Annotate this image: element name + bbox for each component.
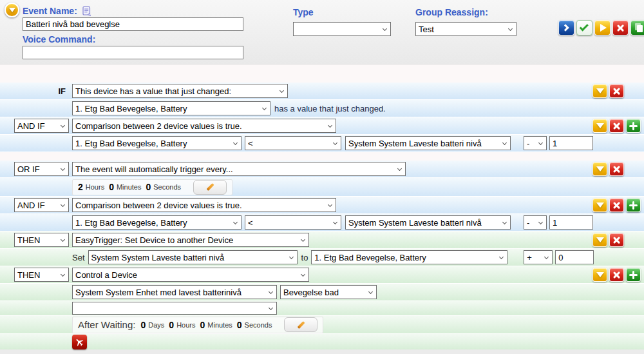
- play-icon: [600, 24, 607, 32]
- collapse-action-button[interactable]: [592, 233, 607, 247]
- if-block: IF This device has a value that just cha…: [0, 83, 644, 117]
- offset-value-input[interactable]: [555, 250, 594, 264]
- chevron-down-icon: [502, 141, 507, 145]
- if-device-select[interactable]: 1. Etg Bad Bevegelse, Battery: [72, 101, 270, 115]
- if-trigger-type-select[interactable]: This device has a value that just change…: [72, 84, 288, 98]
- control-device-select[interactable]: System System Enhet med lavest batterini…: [72, 285, 277, 299]
- plus-icon: [629, 271, 638, 279]
- delete-action-button[interactable]: [609, 268, 624, 282]
- action-join-select[interactable]: THEN: [14, 233, 69, 247]
- chevron-down-icon: [61, 272, 65, 277]
- and-if-block-2: AND IF Comparison between 2 device value…: [0, 197, 644, 231]
- collapse-condition-button[interactable]: [592, 198, 607, 212]
- condition-join-select[interactable]: AND IF: [14, 119, 69, 133]
- note-icon: [81, 6, 92, 17]
- control-extra-select[interactable]: [72, 302, 277, 315]
- offset-value-input[interactable]: [549, 136, 593, 150]
- control-action-select[interactable]: Bevegelse bad: [280, 285, 377, 299]
- comparison-operator-select[interactable]: <: [245, 136, 341, 150]
- x-icon: [612, 201, 621, 210]
- x-icon: [612, 87, 621, 95]
- condition-type-select[interactable]: The event will automatically trigger eve…: [72, 162, 406, 176]
- group-reassign-label: Group Reassign:: [415, 7, 488, 17]
- set-source-device-select[interactable]: 1. Etg Bad Bevegelse, Battery: [311, 250, 507, 264]
- offset-operator-select[interactable]: -: [524, 136, 547, 150]
- trigger-interval-display: 2 Hours 0 Minutes 0 Seconds: [72, 179, 232, 195]
- if-row-device: 1. Etg Bad Bevegelse, Battery has a valu…: [0, 100, 644, 117]
- x-icon: [616, 24, 625, 32]
- collapse-action-button[interactable]: [592, 268, 607, 282]
- chevron-down-icon: [328, 123, 332, 128]
- airplane-action-button[interactable]: [72, 335, 87, 349]
- edit-after-waiting-button[interactable]: [284, 317, 317, 332]
- action-type-select[interactable]: EasyTrigger: Set Device to another Devic…: [72, 233, 309, 247]
- comparison-device-b-select[interactable]: System System Laveste batteri nivå: [345, 215, 511, 230]
- if-row-type: IF This device has a value that just cha…: [0, 83, 644, 100]
- set-target-device-select[interactable]: System System Laveste batteri nivå: [88, 250, 298, 264]
- chevron-down-icon: [262, 106, 267, 110]
- chevron-down-icon: [9, 8, 15, 12]
- chevron-down-icon: [397, 166, 402, 171]
- chevron-down-icon: [368, 290, 373, 294]
- voice-command-input[interactable]: [23, 46, 243, 59]
- delete-condition-button[interactable]: [609, 162, 624, 176]
- triangle-down-icon: [596, 88, 604, 93]
- comparison-operator-select[interactable]: <: [245, 215, 341, 230]
- collapse-condition-button[interactable]: [592, 119, 607, 133]
- comparison-device-a-select[interactable]: 1. Etg Bad Bevegelse, Battery: [72, 136, 242, 150]
- delete-event-button[interactable]: [612, 20, 629, 35]
- event-toolbar: [558, 20, 644, 35]
- chevron-down-icon: [269, 306, 273, 310]
- chevron-down-icon: [233, 141, 238, 145]
- collapse-event-button[interactable]: [5, 3, 19, 17]
- then-block-1: THEN EasyTrigger: Set Device to another …: [0, 231, 644, 266]
- chevron-down-icon: [61, 166, 65, 171]
- condition-type-select[interactable]: Comparison between 2 device values is tr…: [72, 198, 336, 212]
- chevron-down-icon: [61, 202, 65, 207]
- comparison-device-b-select[interactable]: System System Laveste batteri nivå: [345, 136, 511, 150]
- trigger-event-button[interactable]: [594, 20, 611, 35]
- event-name-section: Event Name: Voice Command:: [23, 5, 243, 59]
- add-condition-button[interactable]: [626, 198, 641, 212]
- chevron-down-icon: [383, 26, 387, 31]
- event-editor-page: Event Name: Voice Command: Type: [0, 0, 644, 354]
- offset-operator-select[interactable]: -: [524, 215, 547, 230]
- edit-interval-button[interactable]: [193, 180, 227, 195]
- chevron-down-icon: [269, 290, 273, 294]
- check-icon: [580, 22, 589, 31]
- chevron-down-icon: [289, 255, 293, 259]
- chevron-down-icon: [301, 272, 305, 277]
- triangle-down-icon: [596, 272, 604, 277]
- offset-operator-select[interactable]: +: [524, 250, 553, 264]
- delete-condition-button[interactable]: [609, 198, 624, 212]
- chevron-down-icon: [544, 255, 549, 259]
- type-select[interactable]: [293, 22, 391, 36]
- add-action-button[interactable]: [626, 268, 641, 282]
- condition-type-select[interactable]: Comparison between 2 device values is tr…: [72, 119, 336, 133]
- chevron-down-icon: [279, 88, 284, 93]
- delete-condition-button[interactable]: [609, 119, 624, 133]
- delete-action-button[interactable]: [609, 233, 624, 247]
- group-reassign-select[interactable]: Test: [415, 22, 516, 36]
- action-join-select[interactable]: THEN: [14, 268, 69, 282]
- comparison-device-a-select[interactable]: 1. Etg Bad Bevegelse, Battery: [72, 215, 242, 230]
- collapse-condition-button[interactable]: [592, 84, 607, 98]
- event-name-input[interactable]: [23, 17, 243, 31]
- event-header: Event Name: Voice Command: Type: [0, 0, 644, 64]
- collapse-condition-button[interactable]: [592, 162, 607, 176]
- action-type-select[interactable]: Control a Device: [72, 268, 309, 282]
- save-event-button[interactable]: [576, 20, 592, 35]
- if-suffix-text: has a value that just changed.: [274, 104, 386, 113]
- add-condition-button[interactable]: [626, 119, 641, 133]
- run-event-button[interactable]: [558, 20, 574, 35]
- delete-condition-button[interactable]: [609, 84, 624, 98]
- event-name-label: Event Name:: [23, 6, 77, 16]
- condition-join-select[interactable]: AND IF: [14, 198, 69, 212]
- then-block-2: THEN Control a Device: [0, 266, 644, 349]
- offset-value-input[interactable]: [549, 215, 593, 230]
- group-reassign-section: Group Reassign: Test: [415, 6, 516, 36]
- triangle-down-icon: [596, 237, 604, 242]
- copy-event-button[interactable]: [630, 20, 644, 35]
- condition-join-select[interactable]: OR IF: [14, 162, 69, 176]
- x-icon: [612, 236, 621, 244]
